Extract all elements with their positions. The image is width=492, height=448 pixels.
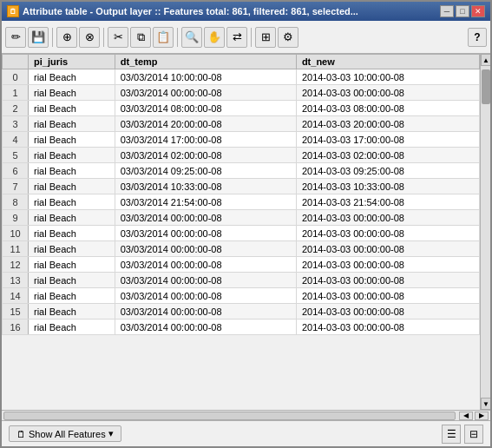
pan-button[interactable]: ✋ <box>204 27 225 48</box>
table-body: 0rial Beach03/03/2014 10:00:00-082014-03… <box>3 69 480 335</box>
table-row[interactable]: 16rial Beach03/03/2014 00:00:00-082014-0… <box>3 320 480 335</box>
toolbar-separator-1 <box>52 28 53 47</box>
cell-row-num: 12 <box>3 257 29 273</box>
cell-pi-juris: rial Beach <box>29 226 115 241</box>
copy-button[interactable]: ⧉ <box>130 27 151 48</box>
cell-dt-new: 2014-03-03 00:00:00-08 <box>296 273 479 288</box>
new-row-button[interactable]: ⊕ <box>56 27 77 48</box>
scrollbar-area: ◀ ▶ <box>2 410 490 420</box>
minimize-button[interactable]: ─ <box>440 5 454 17</box>
form-view-button[interactable]: ⊟ <box>464 425 483 444</box>
cell-dt-new: 2014-03-03 10:33:00-08 <box>296 179 479 194</box>
cell-pi-juris: rial Beach <box>29 257 115 273</box>
table-row[interactable]: 3rial Beach03/03/2014 20:00:00-082014-03… <box>3 116 480 132</box>
scroll-track[interactable] <box>481 66 490 398</box>
col-header-dt-new[interactable]: dt_new <box>296 55 479 69</box>
table-row[interactable]: 11rial Beach03/03/2014 00:00:00-082014-0… <box>3 241 480 257</box>
table-row[interactable]: 14rial Beach03/03/2014 00:00:00-082014-0… <box>3 288 480 304</box>
table-container: pi_juris dt_temp dt_new 0rial Beach03/03… <box>2 54 490 420</box>
maximize-button[interactable]: □ <box>456 5 469 17</box>
show-all-features-button[interactable]: 🗒 Show All Features ▾ <box>9 425 121 442</box>
toolbar-separator-2 <box>103 28 104 47</box>
table-row[interactable]: 15rial Beach03/03/2014 00:00:00-082014-0… <box>3 304 480 320</box>
cell-dt-temp: 03/03/2014 00:00:00-08 <box>115 320 296 335</box>
col-header-pi-juris[interactable]: pi_juris <box>29 55 115 69</box>
delete-row-button[interactable]: ⊗ <box>79 27 100 48</box>
cut-button[interactable]: ✂ <box>108 27 128 48</box>
status-icons: ☰ ⊟ <box>442 425 483 444</box>
cell-pi-juris: rial Beach <box>29 320 115 335</box>
cell-dt-temp: 03/03/2014 00:00:00-08 <box>115 241 296 257</box>
cell-dt-temp: 03/03/2014 10:33:00-08 <box>115 179 296 194</box>
cell-dt-temp: 03/03/2014 08:00:00-08 <box>115 101 296 116</box>
table-scroll[interactable]: pi_juris dt_temp dt_new 0rial Beach03/03… <box>2 54 480 410</box>
cell-row-num: 9 <box>3 210 29 226</box>
table-row[interactable]: 0rial Beach03/03/2014 10:00:00-082014-03… <box>3 69 480 85</box>
table-row[interactable]: 8rial Beach03/03/2014 21:54:00-082014-03… <box>3 194 480 210</box>
toolbar: ✏ 💾 ⊕ ⊗ ✂ ⧉ 📋 🔍 ✋ ⇄ ⊞ ⚙ ? <box>2 21 490 54</box>
table-row[interactable]: 1rial Beach03/03/2014 00:00:00-082014-03… <box>3 85 480 101</box>
cell-row-num: 0 <box>3 69 29 85</box>
cell-dt-temp: 03/03/2014 00:00:00-08 <box>115 304 296 320</box>
close-button[interactable]: ✕ <box>471 5 485 17</box>
cell-pi-juris: rial Beach <box>29 288 115 304</box>
table-view-button[interactable]: ☰ <box>442 425 461 444</box>
table-row[interactable]: 12rial Beach03/03/2014 00:00:00-082014-0… <box>3 257 480 273</box>
h-scroll-buttons: ◀ ▶ <box>459 412 489 420</box>
cell-dt-temp: 03/03/2014 00:00:00-08 <box>115 85 296 101</box>
table-row[interactable]: 13rial Beach03/03/2014 00:00:00-082014-0… <box>3 273 480 288</box>
table-row[interactable]: 5rial Beach03/03/2014 02:00:00-082014-03… <box>3 148 480 163</box>
cell-dt-new: 2014-03-03 00:00:00-08 <box>296 288 479 304</box>
actions-button[interactable]: ⚙ <box>278 27 298 48</box>
toolbar-separator-4 <box>251 28 252 47</box>
cell-row-num: 5 <box>3 148 29 163</box>
scroll-down-button[interactable]: ▼ <box>481 398 490 410</box>
cell-dt-temp: 03/03/2014 09:25:00-08 <box>115 163 296 179</box>
table-row[interactable]: 6rial Beach03/03/2014 09:25:00-082014-03… <box>3 163 480 179</box>
cell-row-num: 6 <box>3 163 29 179</box>
paste-button[interactable]: 📋 <box>153 27 174 48</box>
col-header-dt-temp[interactable]: dt_temp <box>115 55 296 69</box>
cell-pi-juris: rial Beach <box>29 194 115 210</box>
scroll-right-button[interactable]: ▶ <box>475 412 489 420</box>
invert-button[interactable]: ⇄ <box>226 27 247 48</box>
cell-dt-new: 2014-03-03 21:54:00-08 <box>296 194 479 210</box>
toolbar-separator-3 <box>177 28 178 47</box>
zoom-button[interactable]: 🔍 <box>181 27 202 48</box>
title-bar: 🗒 Attribute table - Output layer :: Feat… <box>2 2 490 21</box>
cell-pi-juris: rial Beach <box>29 132 115 148</box>
table-row[interactable]: 10rial Beach03/03/2014 00:00:00-082014-0… <box>3 226 480 241</box>
cell-pi-juris: rial Beach <box>29 210 115 226</box>
cell-pi-juris: rial Beach <box>29 273 115 288</box>
cell-row-num: 8 <box>3 194 29 210</box>
cell-dt-new: 2014-03-03 00:00:00-08 <box>296 85 479 101</box>
cell-pi-juris: rial Beach <box>29 148 115 163</box>
show-all-icon: 🗒 <box>16 429 26 439</box>
title-bar-left: 🗒 Attribute table - Output layer :: Feat… <box>7 5 358 17</box>
help-button[interactable]: ? <box>468 28 487 47</box>
cell-pi-juris: rial Beach <box>29 69 115 85</box>
edit-button[interactable]: ✏ <box>5 27 26 48</box>
filter-button[interactable]: ⊞ <box>255 27 276 48</box>
scroll-up-button[interactable]: ▲ <box>481 54 490 66</box>
vertical-scrollbar[interactable]: ▲ ▼ <box>480 54 490 410</box>
save-button[interactable]: 💾 <box>28 27 49 48</box>
scroll-left-button[interactable]: ◀ <box>459 412 473 420</box>
cell-dt-temp: 03/03/2014 20:00:00-08 <box>115 116 296 132</box>
table-row[interactable]: 9rial Beach03/03/2014 00:00:00-082014-03… <box>3 210 480 226</box>
cell-row-num: 7 <box>3 179 29 194</box>
table-row[interactable]: 2rial Beach03/03/2014 08:00:00-082014-03… <box>3 101 480 116</box>
cell-row-num: 1 <box>3 85 29 101</box>
cell-row-num: 3 <box>3 116 29 132</box>
cell-row-num: 13 <box>3 273 29 288</box>
table-row[interactable]: 7rial Beach03/03/2014 10:33:00-082014-03… <box>3 179 480 194</box>
cell-pi-juris: rial Beach <box>29 163 115 179</box>
scroll-thumb[interactable] <box>482 69 490 104</box>
title-controls: ─ □ ✕ <box>440 5 485 17</box>
cell-dt-temp: 03/03/2014 00:00:00-08 <box>115 273 296 288</box>
cell-dt-new: 2014-03-03 00:00:00-08 <box>296 257 479 273</box>
table-row[interactable]: 4rial Beach03/03/2014 17:00:00-082014-03… <box>3 132 480 148</box>
horizontal-scrollbar[interactable] <box>3 412 456 420</box>
cell-dt-temp: 03/03/2014 10:00:00-08 <box>115 69 296 85</box>
cell-dt-temp: 03/03/2014 00:00:00-08 <box>115 226 296 241</box>
